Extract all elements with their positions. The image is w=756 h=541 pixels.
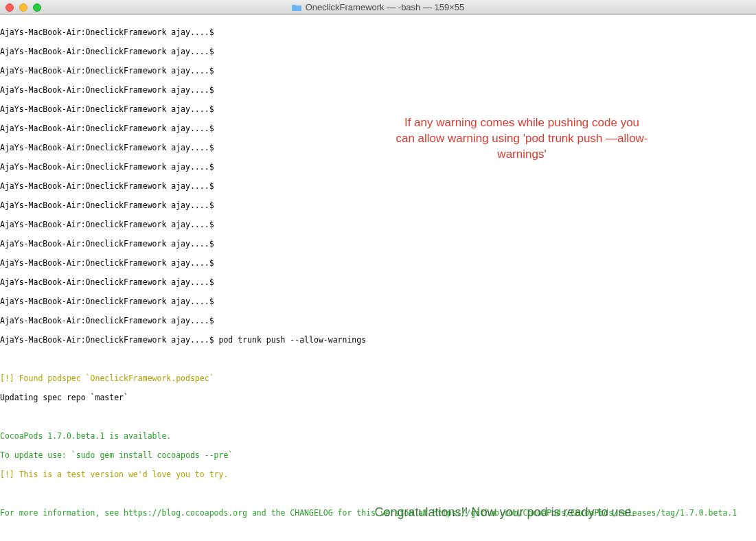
update-use: To update use: `sudo gem install cocoapo… (0, 450, 756, 460)
prompt-line: AjaYs-MacBook-Air:OneclickFramework ajay… (0, 316, 756, 325)
minimize-icon[interactable] (19, 3, 27, 12)
window-title: OneclickFramework — -bash — 159×55 (0, 2, 756, 12)
updating-master: Updating spec repo `master` (0, 393, 756, 402)
command-line: AjaYs-MacBook-Air:OneclickFramework ajay… (0, 335, 756, 345)
test-version: [!] This is a test version we'd love you… (0, 470, 756, 479)
close-icon[interactable] (5, 3, 14, 12)
blank-line (0, 527, 756, 537)
prompt-line: AjaYs-MacBook-Air:OneclickFramework ajay… (0, 66, 756, 76)
prompt-line: AjaYs-MacBook-Air:OneclickFramework ajay… (0, 47, 756, 56)
found-podspec: [!] Found podspec `OneclickFramework.pod… (0, 373, 756, 383)
prompt-line: AjaYs-MacBook-Air:OneclickFramework ajay… (0, 27, 756, 37)
prompt-line: AjaYs-MacBook-Air:OneclickFramework ajay… (0, 181, 756, 191)
prompt-line: AjaYs-MacBook-Air:OneclickFramework ajay… (0, 277, 756, 287)
prompt-line: AjaYs-MacBook-Air:OneclickFramework ajay… (0, 258, 756, 268)
blank-line (0, 412, 756, 422)
annotation-warning: If any warning comes while pushing code … (395, 115, 649, 163)
window-titlebar: OneclickFramework — -bash — 159×55 (0, 0, 756, 15)
prompt-line: AjaYs-MacBook-Air:OneclickFramework ajay… (0, 239, 756, 249)
prompt-line: AjaYs-MacBook-Air:OneclickFramework ajay… (0, 200, 756, 210)
prompt-line: AjaYs-MacBook-Air:OneclickFramework ajay… (0, 104, 756, 114)
terminal-body[interactable]: AjaYs-MacBook-Air:OneclickFramework ajay… (0, 15, 756, 541)
prompt-line: AjaYs-MacBook-Air:OneclickFramework ajay… (0, 162, 756, 172)
folder-icon (292, 3, 301, 12)
maximize-icon[interactable] (33, 3, 41, 12)
blank-line (0, 489, 756, 498)
blank-line (0, 354, 756, 364)
annotation-congrats: Congratulations!! Now your pod is ready … (312, 504, 697, 520)
prompt-line: AjaYs-MacBook-Air:OneclickFramework ajay… (0, 297, 756, 306)
version-available: CocoaPods 1.7.0.beta.1 is available. (0, 431, 756, 441)
prompt-line: AjaYs-MacBook-Air:OneclickFramework ajay… (0, 220, 756, 229)
title-text: OneclickFramework — -bash — 159×55 (306, 2, 465, 12)
prompt-line: AjaYs-MacBook-Air:OneclickFramework ajay… (0, 85, 756, 95)
traffic-lights (5, 3, 41, 12)
